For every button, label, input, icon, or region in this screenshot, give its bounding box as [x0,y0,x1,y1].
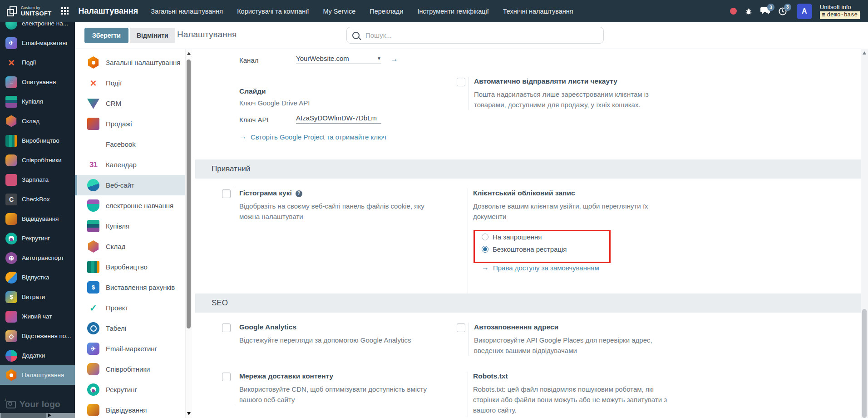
window-scrollbar[interactable] [861,49,868,418]
checkout-emails-pane: Автоматично відправляти листи чекауту По… [469,77,674,110]
radio-selected-icon[interactable] [482,246,488,253]
settings-scrollbar-thumb[interactable] [187,60,191,328]
scroll-down-arrow-icon[interactable] [187,412,191,415]
control-panel: Зберегти Відмінити Налаштування [75,22,868,49]
user-menu[interactable]: Unitsoft info ≣ demo-base [820,4,860,19]
checkbox-app-icon [5,194,17,205]
settings-content: Канал YourWebsite.com ▼ → Автоматично ві… [192,49,861,418]
app-item-attendance[interactable]: Відвідування [0,209,75,229]
settings-item-purchase[interactable]: Купівля [75,216,185,236]
sidebar-hscroll-arrow-icon[interactable] [48,413,51,417]
user-name: Unitsoft info [820,4,851,10]
settings-item-events[interactable]: Події [75,73,185,93]
checkout-emails-checkbox[interactable] [457,78,465,86]
bug-icon[interactable] [745,7,753,15]
help-icon[interactable] [296,190,302,197]
app-sidebar: електронне на... Email-маркетинг Події О… [0,22,75,418]
project-icon [87,302,99,314]
menu-technical-settings[interactable]: Технічні налаштування [503,8,573,15]
messages-icon[interactable]: 3 [760,7,770,15]
robots-title: Robots.txt [473,372,677,381]
api-key-input[interactable]: AIzaSyDOWlmDW-7DbLm [296,114,381,124]
save-button[interactable]: Зберегти [84,28,128,43]
search-box[interactable] [346,27,604,44]
user-avatar[interactable]: A [797,4,812,19]
settings-item-manufacturing[interactable]: Виробництво [75,257,185,277]
app-item-livechat[interactable]: Живий чат [0,307,75,326]
activity-clock-icon[interactable]: 3 [778,7,787,16]
menu-translations[interactable]: Переклади [370,8,403,15]
cdn-checkbox[interactable] [222,373,231,381]
settings-item-attendance[interactable]: Відвідування [75,400,185,418]
settings-item-sales[interactable]: Продажі [75,114,185,134]
sidebar-hscroll-thumb[interactable] [1,413,46,418]
app-item-surveys[interactable]: Опитування [0,72,75,92]
settings-item-crm[interactable]: CRM [75,93,185,114]
menu-users-companies[interactable]: Користувачі та компанії [237,8,309,15]
radio-unselected-icon[interactable] [482,234,488,240]
app-item-recruitment[interactable]: Рекрутинг [0,229,75,248]
unitsoft-logo[interactable]: Custom by UNITSOFT [6,6,51,17]
app-item-apps[interactable]: Додатки [0,346,75,365]
app-item-expenses[interactable]: Витрати [0,287,75,307]
app-item-manufacturing[interactable]: Виробництво [0,131,75,150]
settings-item-invoicing[interactable]: Виставлення рахунків [75,277,185,298]
app-item-elearning[interactable]: електронне на... [0,22,75,33]
radio-on-invitation[interactable]: На запрошення [482,233,542,241]
facebook-icon [87,138,99,150]
settings-item-project[interactable]: Проект [75,298,185,318]
address-autocomplete-pane: Автозаповнення адреси Використовуйте API… [469,323,678,356]
company-logo-placeholder[interactable]: Your logo [0,398,75,411]
radio-free-signup[interactable]: Безкоштовна рестрація [482,245,567,253]
recruitment-icon [5,233,17,244]
menu-my-service[interactable]: My Service [323,8,355,15]
settings-item-calendar[interactable]: Календар [75,154,185,175]
app-item-tracking[interactable]: Відстеження по... [0,326,75,346]
app-item-fleet[interactable]: Автотранспорт [0,248,75,268]
apps-menu-icon[interactable] [61,7,69,15]
cookies-bar-checkbox[interactable] [222,189,231,198]
settings-item-general[interactable]: Загальні налаштування [75,52,185,73]
google-project-link[interactable]: → Свторіть Google Project та отримайте к… [239,133,386,141]
channel-internal-link-icon[interactable]: → [390,55,398,64]
settings-item-website[interactable]: Веб-сайт [75,175,185,195]
discard-button[interactable]: Відмінити [130,28,175,43]
app-item-payroll[interactable]: Зарплата [0,170,75,189]
logo-main-text: UNITSOFT [21,10,51,16]
settings-item-inventory[interactable]: Склад [75,236,185,257]
search-input[interactable] [365,31,598,40]
database-badge: ≣ demo-base [820,11,860,19]
menu-general-settings[interactable]: Загальні налаштування [151,8,223,15]
app-item-events[interactable]: Події [0,53,75,72]
livechat-icon [5,311,17,323]
app-item-checkbox[interactable]: CheckBox [0,189,75,209]
app-item-settings[interactable]: Налаштування [0,365,75,385]
record-indicator-icon[interactable] [730,8,737,15]
app-item-email-marketing[interactable]: Email-маркетинг [0,33,75,53]
channel-select[interactable]: YourWebsite.com ▼ [296,55,381,64]
settings-item-elearning[interactable]: електронне навчання [75,195,185,216]
settings-item-timesheets[interactable]: Табелі [75,318,185,338]
sidebar-horizontal-scrollbar[interactable] [0,413,75,418]
address-autocomplete-checkbox[interactable] [457,323,465,332]
default-access-rights-link[interactable]: → Права доступу за замовчуванням [482,264,599,272]
settings-sidebar-scrollbar[interactable] [185,49,192,418]
app-item-purchase[interactable]: Купівля [0,92,75,111]
google-analytics-checkbox[interactable] [222,323,231,332]
address-autocomplete-setting: Автозаповнення адреси Використовуйте API… [457,323,678,356]
menu-gamification-tools[interactable]: Інструменти геміфікації [417,8,488,15]
settings-item-recruitment[interactable]: Рекрутинг [75,379,185,400]
apps-icon [5,350,17,362]
app-item-inventory[interactable]: Склад [0,111,75,131]
app-item-time-off[interactable]: Відпустка [0,268,75,287]
window-scrollbar-thumb[interactable] [862,309,867,418]
app-item-employees[interactable]: Співробітники [0,150,75,170]
cookies-bar-title: Гістограма кукі [239,189,439,198]
scroll-up-arrow-icon[interactable] [863,51,866,55]
expenses-icon [5,291,17,303]
settings-item-facebook[interactable]: Facebook [75,134,185,154]
settings-item-email-marketing[interactable]: Email-маркетинг [75,338,185,359]
settings-item-employees[interactable]: Співробітники [75,359,185,379]
current-app-name[interactable]: Налаштування [78,6,138,16]
scroll-up-arrow-icon[interactable] [187,52,191,55]
